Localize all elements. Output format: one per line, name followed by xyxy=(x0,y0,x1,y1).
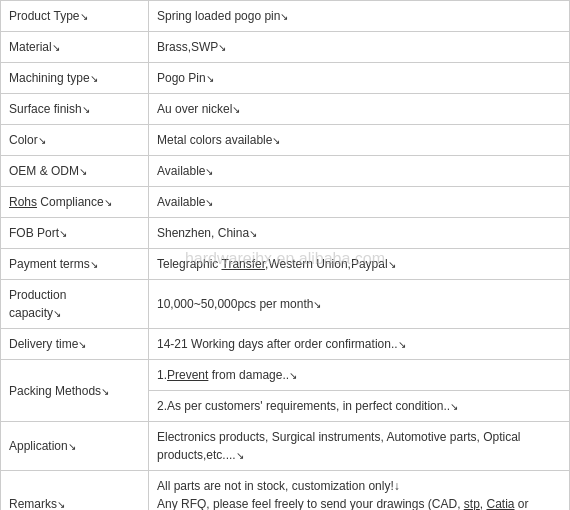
value-packing-1: 1.Prevent from damage..↘ xyxy=(149,360,570,391)
table-row: Remarks↘ All parts are not in stock, cus… xyxy=(1,471,570,511)
label-remarks: Remarks↘ xyxy=(1,471,149,511)
value-rohs: Available↘ xyxy=(149,187,570,218)
table-row: FOB Port↘ Shenzhen, China↘ xyxy=(1,218,570,249)
value-payment-terms: Telegraphic Transfer,Western Union,Paypa… xyxy=(149,249,570,280)
value-oem-odm: Available↘ xyxy=(149,156,570,187)
table-row: Packing Methods↘ 1.Prevent from damage..… xyxy=(1,360,570,391)
value-material: Brass,SWP↘ xyxy=(149,32,570,63)
value-product-type: Spring loaded pogo pin↘ xyxy=(149,1,570,32)
label-oem-odm: OEM & ODM↘ xyxy=(1,156,149,187)
table-row: Machining type↘ Pogo Pin↘ xyxy=(1,63,570,94)
value-remarks: All parts are not in stock, customizatio… xyxy=(149,471,570,511)
label-machining-type: Machining type↘ xyxy=(1,63,149,94)
table-row: Rohs Compliance↘ Available↘ xyxy=(1,187,570,218)
label-color: Color↘ xyxy=(1,125,149,156)
value-production-capacity: 10,000~50,000pcs per month↘ xyxy=(149,280,570,329)
value-fob-port: Shenzhen, China↘ xyxy=(149,218,570,249)
label-fob-port: FOB Port↘ xyxy=(1,218,149,249)
label-product-type: Product Type↘ xyxy=(1,1,149,32)
table-row: Application↘ Electronics products, Surgi… xyxy=(1,422,570,471)
label-packing-methods: Packing Methods↘ xyxy=(1,360,149,422)
label-delivery-time: Delivery time↘ xyxy=(1,329,149,360)
value-machining-type: Pogo Pin↘ xyxy=(149,63,570,94)
value-color: Metal colors available↘ xyxy=(149,125,570,156)
value-application: Electronics products, Surgical instrumen… xyxy=(149,422,570,471)
table-row: Surface finish↘ Au over nickel↘ xyxy=(1,94,570,125)
table-row: Product Type↘ Spring loaded pogo pin↘ xyxy=(1,1,570,32)
table-row: Color↘ Metal colors available↘ xyxy=(1,125,570,156)
table-row: Material↘ Brass,SWP↘ xyxy=(1,32,570,63)
table-row: Delivery time↘ 14-21 Working days after … xyxy=(1,329,570,360)
label-production-capacity: Productioncapacity↘ xyxy=(1,280,149,329)
label-surface-finish: Surface finish↘ xyxy=(1,94,149,125)
value-delivery-time: 14-21 Working days after order confirmat… xyxy=(149,329,570,360)
table-row: OEM & ODM↘ Available↘ xyxy=(1,156,570,187)
value-surface-finish: Au over nickel↘ xyxy=(149,94,570,125)
table-row: Productioncapacity↘ 10,000~50,000pcs per… xyxy=(1,280,570,329)
table-row: Payment terms↘ Telegraphic Transfer,West… xyxy=(1,249,570,280)
value-packing-2: 2.As per customers' requirements, in per… xyxy=(149,391,570,422)
label-payment-terms: Payment terms↘ xyxy=(1,249,149,280)
product-table: Product Type↘ Spring loaded pogo pin↘ Ma… xyxy=(0,0,570,510)
label-rohs: Rohs Compliance↘ xyxy=(1,187,149,218)
label-material: Material↘ xyxy=(1,32,149,63)
label-application: Application↘ xyxy=(1,422,149,471)
